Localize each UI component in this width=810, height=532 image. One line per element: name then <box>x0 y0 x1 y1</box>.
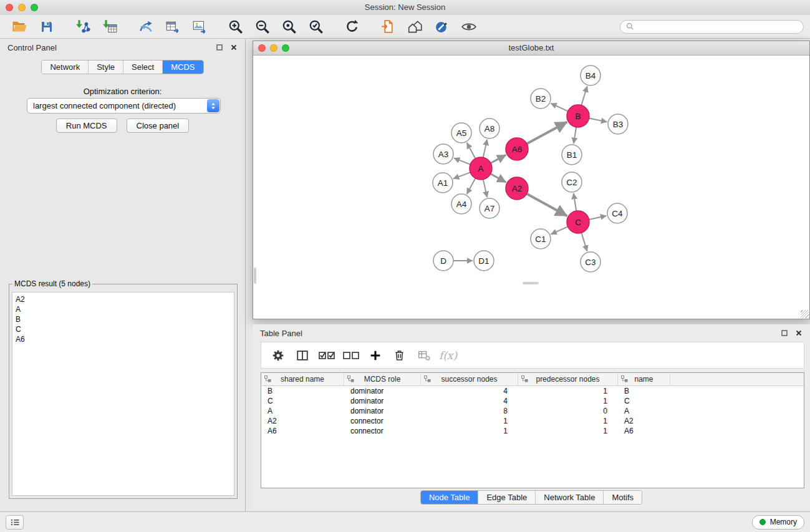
table-row[interactable]: Adominator80A <box>261 406 804 416</box>
export-network-button[interactable] <box>132 17 159 36</box>
table-settings-button[interactable] <box>266 346 289 365</box>
graph-edge-A-A1[interactable] <box>453 172 470 178</box>
graph-edge-C-C3[interactable] <box>581 233 587 251</box>
run-mcds-button[interactable]: Run MCDS <box>56 118 117 133</box>
open-session-button[interactable] <box>6 17 33 36</box>
zoom-out-button[interactable] <box>249 17 276 36</box>
graph-node-A2[interactable]: A2 <box>506 177 528 200</box>
delete-table-button[interactable] <box>412 346 435 365</box>
graph-node-A[interactable]: A <box>470 157 492 180</box>
tab-motifs[interactable]: Motifs <box>604 491 642 504</box>
graph-node-B2[interactable]: B2 <box>531 89 551 109</box>
add-column-button[interactable] <box>364 346 387 365</box>
export-table-button[interactable] <box>159 17 186 36</box>
select-all-button[interactable] <box>315 346 338 365</box>
graph-node-A3[interactable]: A3 <box>433 144 453 164</box>
show-columns-button[interactable] <box>291 346 314 365</box>
table-row[interactable]: A6connector11A6 <box>261 426 804 436</box>
search-input[interactable] <box>638 22 798 32</box>
tab-style[interactable]: Style <box>89 60 123 74</box>
network-window-titlebar[interactable]: testGlobe.txt <box>253 41 809 56</box>
column-header-name[interactable]: name <box>618 373 670 385</box>
task-history-button[interactable] <box>6 515 24 530</box>
import-network-button[interactable] <box>69 17 96 36</box>
splitter-grip-horizontal[interactable] <box>523 282 539 284</box>
window-resize-grip[interactable] <box>801 310 809 318</box>
graph-edge-B-B3[interactable] <box>589 118 607 122</box>
graph-node-B4[interactable]: B4 <box>581 65 600 85</box>
graph-node-A7[interactable]: A7 <box>480 198 499 218</box>
graph-node-A4[interactable]: A4 <box>451 194 471 214</box>
apply-layout-button[interactable] <box>339 17 365 36</box>
home-button[interactable] <box>402 17 428 36</box>
tab-edge-table[interactable]: Edge Table <box>478 491 536 504</box>
graph-edge-B-B2[interactable] <box>551 104 567 112</box>
zoom-in-button[interactable] <box>222 17 249 36</box>
graph-node-D[interactable]: D <box>433 251 453 271</box>
zoom-selected-button[interactable] <box>302 17 329 36</box>
float-panel-button[interactable] <box>215 44 223 52</box>
graph-edge-B-B1[interactable] <box>574 127 576 143</box>
column-header-successor-nodes[interactable]: successor nodes <box>421 373 518 385</box>
mcds-result-item[interactable]: A2 <box>16 294 231 304</box>
zoom-fit-button[interactable] <box>276 17 302 36</box>
graph-edge-A-A6[interactable] <box>491 155 506 163</box>
mcds-result-item[interactable]: B <box>16 314 231 324</box>
unselect-all-button[interactable] <box>339 346 362 365</box>
graph-node-B3[interactable]: B3 <box>608 114 628 134</box>
table-row[interactable]: Bdominator41B <box>261 386 804 396</box>
graphics-details-button[interactable] <box>428 17 455 36</box>
graph-node-C1[interactable]: C1 <box>531 229 551 249</box>
tab-select[interactable]: Select <box>123 60 163 74</box>
save-session-button[interactable] <box>33 17 60 36</box>
delete-column-button[interactable] <box>388 346 411 365</box>
function-builder-button[interactable]: f(x) <box>436 346 460 365</box>
close-panel-button[interactable] <box>229 44 238 52</box>
export-image-button[interactable] <box>186 17 213 36</box>
table-row[interactable]: A2connector11A2 <box>261 416 804 426</box>
graph-edge-A-A3[interactable] <box>454 158 470 164</box>
network-overview-button[interactable] <box>375 17 402 36</box>
graph-edge-C-C1[interactable] <box>551 226 567 234</box>
graph-node-C4[interactable]: C4 <box>607 203 627 223</box>
graph-node-C2[interactable]: C2 <box>562 172 582 192</box>
show-hide-details-button[interactable] <box>455 17 482 36</box>
mcds-result-list[interactable]: A2ABCA6 <box>12 292 234 496</box>
tab-mcds[interactable]: MCDS <box>163 60 203 74</box>
graph-node-C3[interactable]: C3 <box>581 252 600 272</box>
graph-edge-A6-B[interactable] <box>527 122 567 144</box>
graph-node-A6[interactable]: A6 <box>506 138 528 160</box>
column-header-MCDS-role[interactable]: MCDS role <box>344 373 421 385</box>
import-table-button[interactable] <box>96 17 123 36</box>
graph-edge-A2-C[interactable] <box>527 194 567 216</box>
close-panel-button-2[interactable]: Close panel <box>127 118 190 133</box>
column-header-predecessor-nodes[interactable]: predecessor nodes <box>518 373 618 385</box>
graph-edge-A-A2[interactable] <box>491 174 506 183</box>
graph-node-A8[interactable]: A8 <box>480 118 499 138</box>
graph-edge-A-A7[interactable] <box>483 180 487 198</box>
memory-button[interactable]: Memory <box>752 515 804 530</box>
criterion-dropdown[interactable]: largest connected component (directed) <box>27 98 221 114</box>
tab-node-table[interactable]: Node Table <box>421 491 479 504</box>
tab-network[interactable]: Network <box>42 60 89 74</box>
network-canvas[interactable]: AA1A2A3A4A5A6A7A8BB1B2B3B4CC1C2C3C4DD1 <box>253 56 809 319</box>
graph-edge-A-A5[interactable] <box>467 143 476 158</box>
graph-node-B1[interactable]: B1 <box>562 145 582 165</box>
tab-network-table[interactable]: Network Table <box>536 491 604 504</box>
search-field[interactable] <box>620 20 804 34</box>
graph-node-B[interactable]: B <box>567 105 589 127</box>
mcds-result-item[interactable]: A <box>16 304 231 314</box>
graph-node-C[interactable]: C <box>567 211 589 233</box>
mcds-result-item[interactable]: C <box>16 324 231 334</box>
mcds-result-item[interactable]: A6 <box>16 334 231 344</box>
graph-edge-C-C4[interactable] <box>589 216 607 220</box>
close-table-panel-button[interactable] <box>794 329 803 337</box>
splitter-grip[interactable] <box>254 268 256 284</box>
graph-node-D1[interactable]: D1 <box>474 251 494 271</box>
graph-node-A5[interactable]: A5 <box>451 123 471 143</box>
network-graph-svg[interactable]: AA1A2A3A4A5A6A7A8BB1B2B3B4CC1C2C3C4DD1 <box>253 56 809 319</box>
column-header-shared-name[interactable]: shared name <box>261 373 344 385</box>
graph-edge-C-C2[interactable] <box>574 193 576 211</box>
graph-edge-B-B4[interactable] <box>581 86 587 105</box>
graph-node-A1[interactable]: A1 <box>433 173 453 193</box>
